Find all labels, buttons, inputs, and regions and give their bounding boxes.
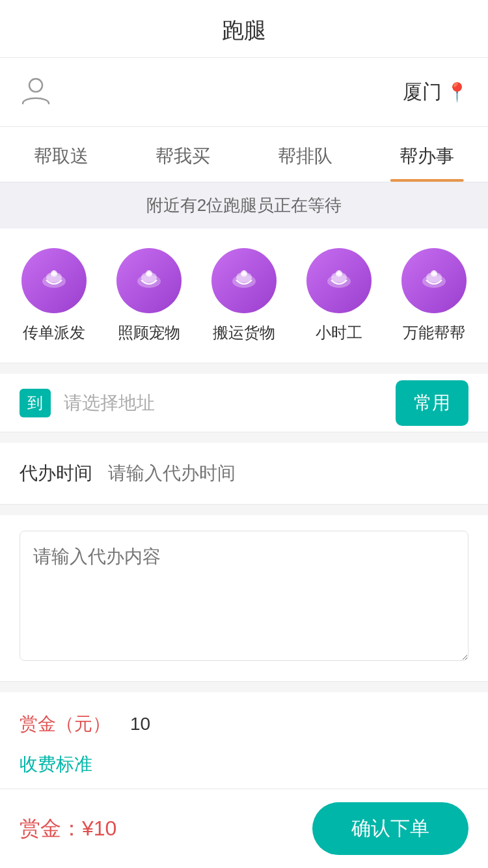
app-header: 跑腿 — [0, 0, 488, 58]
notice-bar: 附近有2位跑腿员正在等待 — [0, 182, 488, 229]
bottom-bar: 赏金：¥10 确认下单 — [0, 789, 488, 868]
reward-label: 赏金（元） — [20, 712, 111, 736]
page-title: 跑腿 — [222, 18, 266, 42]
reward-row: 赏金（元） 10 — [20, 712, 468, 736]
service-icons-row: 传单派发 照顾宠物 — [0, 229, 488, 363]
service-label-2: 搬运货物 — [213, 322, 275, 343]
confirm-order-button[interactable]: 确认下单 — [312, 802, 468, 855]
tab-bar: 帮取送 帮我买 帮排队 帮办事 — [0, 127, 488, 182]
service-icon-0 — [21, 248, 87, 313]
service-item-3[interactable]: 小时工 — [297, 248, 381, 343]
location-text: 厦门 — [403, 79, 442, 105]
fee-title: 收费标准 — [20, 752, 468, 777]
user-avatar-icon[interactable] — [20, 74, 52, 111]
service-icon-4 — [401, 248, 467, 313]
location-pin-icon: 📍 — [446, 81, 468, 103]
user-row: 厦门 📍 — [0, 58, 488, 127]
bottom-reward: 赏金：¥10 — [20, 815, 116, 843]
time-label: 代办时间 — [20, 461, 92, 486]
content-section — [0, 515, 488, 682]
reward-value: 10 — [130, 714, 150, 735]
service-label-3: 小时工 — [316, 322, 362, 343]
service-label-0: 传单派发 — [23, 322, 85, 343]
service-item-2[interactable]: 搬运货物 — [202, 248, 286, 343]
tab-bangwomai[interactable]: 帮我买 — [122, 127, 245, 182]
location-area[interactable]: 厦门 📍 — [403, 79, 468, 105]
service-item-0[interactable]: 传单派发 — [12, 248, 96, 343]
service-label-1: 照顾宠物 — [118, 322, 180, 343]
bottom-reward-label: 赏金： — [20, 817, 82, 840]
service-icon-3 — [306, 248, 372, 313]
bottom-reward-value: ¥10 — [82, 817, 116, 840]
time-section: 代办时间 — [0, 443, 488, 505]
tab-bangpaidui[interactable]: 帮排队 — [244, 127, 366, 182]
address-badge: 到 — [20, 389, 51, 417]
tab-bangbanshi[interactable]: 帮办事 — [366, 127, 489, 182]
common-address-button[interactable]: 常用 — [396, 380, 468, 426]
tab-bangqusong[interactable]: 帮取送 — [0, 127, 122, 182]
address-section[interactable]: 到 请选择地址 常用 — [0, 374, 488, 432]
service-icon-2 — [211, 248, 277, 313]
svg-point-0 — [29, 79, 42, 92]
service-item-4[interactable]: 万能帮帮 — [392, 248, 476, 343]
service-label-4: 万能帮帮 — [403, 322, 465, 343]
address-placeholder: 请选择地址 — [64, 391, 396, 415]
service-icon-1 — [116, 248, 182, 313]
service-item-1[interactable]: 照顾宠物 — [107, 248, 191, 343]
time-input[interactable] — [108, 463, 468, 484]
content-textarea[interactable] — [20, 531, 468, 661]
notice-text: 附近有2位跑腿员正在等待 — [146, 195, 342, 215]
